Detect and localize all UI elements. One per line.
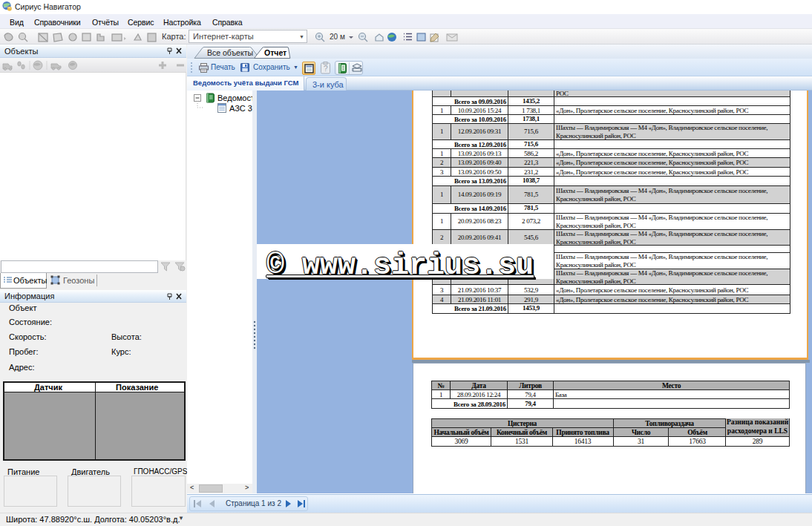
svg-text:20 м: 20 м (330, 33, 345, 41)
svg-text:?: ? (324, 65, 328, 73)
